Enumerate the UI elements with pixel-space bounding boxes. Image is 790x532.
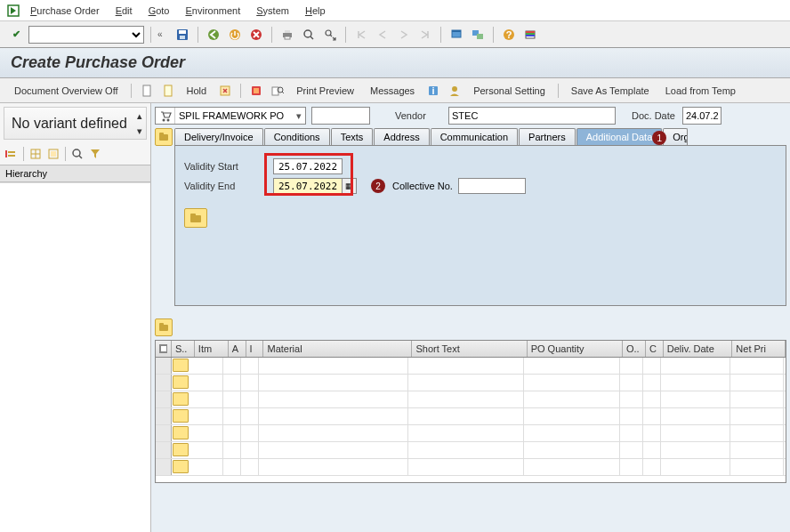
print-preview-button[interactable]: Print Preview bbox=[291, 84, 359, 98]
command-field[interactable] bbox=[28, 26, 144, 44]
collective-no-field[interactable] bbox=[458, 178, 526, 194]
grid-row[interactable] bbox=[156, 408, 786, 425]
doc-overview-toggle[interactable]: Document Overview Off bbox=[9, 84, 124, 98]
col-deliv-date[interactable]: Deliv. Date bbox=[664, 341, 733, 357]
col-status[interactable]: S.. bbox=[172, 341, 195, 357]
last-page-icon[interactable] bbox=[416, 26, 434, 44]
tab-address[interactable]: Address bbox=[374, 128, 429, 145]
svg-rect-41 bbox=[51, 151, 56, 157]
col-short-text[interactable]: Short Text bbox=[412, 341, 527, 357]
hierarchy-tree bbox=[0, 182, 150, 532]
grid-row[interactable] bbox=[156, 425, 786, 442]
separator bbox=[558, 84, 559, 98]
check-icon[interactable] bbox=[248, 83, 264, 99]
menu-help[interactable]: Help bbox=[298, 4, 333, 18]
menubar: Purchase Order Edit Goto Environment Sys… bbox=[0, 0, 790, 21]
svg-rect-35 bbox=[8, 151, 15, 153]
svg-rect-51 bbox=[159, 323, 164, 326]
messages-button[interactable]: Messages bbox=[365, 84, 420, 98]
info-icon[interactable]: i bbox=[425, 83, 441, 99]
first-page-icon[interactable] bbox=[352, 26, 370, 44]
layout-icon[interactable] bbox=[521, 26, 539, 44]
vendor-field[interactable]: STEC bbox=[448, 107, 616, 125]
other-po-icon[interactable] bbox=[160, 83, 176, 99]
doc-date-field[interactable]: 24.07.2 bbox=[682, 107, 721, 125]
exit-icon[interactable] bbox=[226, 26, 244, 44]
grid-body[interactable] bbox=[156, 358, 786, 482]
shortcut-icon[interactable] bbox=[469, 26, 487, 44]
next-page-icon[interactable] bbox=[395, 26, 413, 44]
tab-org-data[interactable]: Org. bbox=[663, 128, 688, 145]
find-next-icon[interactable] bbox=[321, 26, 339, 44]
col-a[interactable]: A bbox=[229, 341, 246, 357]
separator bbox=[131, 84, 132, 98]
prev-page-icon[interactable] bbox=[374, 26, 391, 44]
grid-row[interactable] bbox=[156, 358, 786, 375]
grid-row[interactable] bbox=[156, 442, 786, 459]
grid-row[interactable] bbox=[156, 459, 786, 476]
item-fold-icon[interactable] bbox=[155, 318, 173, 336]
col-material[interactable]: Material bbox=[263, 341, 412, 357]
menu-purchase-order[interactable]: Purchase Order bbox=[23, 4, 107, 18]
find-icon[interactable] bbox=[300, 26, 318, 44]
menu-edit[interactable]: Edit bbox=[109, 4, 140, 18]
app-menu-icon[interactable] bbox=[5, 3, 21, 19]
select-all-icon[interactable] bbox=[156, 341, 172, 357]
select-layout-icon[interactable] bbox=[28, 146, 44, 162]
validity-end-field[interactable] bbox=[273, 178, 343, 194]
po-number-field[interactable] bbox=[311, 107, 370, 125]
svg-rect-17 bbox=[477, 34, 483, 39]
col-po-qty[interactable]: PO Quantity bbox=[528, 341, 623, 357]
tab-partners[interactable]: Partners bbox=[519, 128, 576, 145]
help-icon[interactable]: ? bbox=[500, 26, 518, 44]
print-preview-icon[interactable] bbox=[270, 83, 286, 99]
filter-side-icon[interactable] bbox=[87, 146, 103, 162]
grid-row[interactable] bbox=[156, 375, 786, 391]
tab-additional-data[interactable]: Additional Data 1 bbox=[576, 128, 663, 145]
col-itm[interactable]: Itm bbox=[195, 341, 229, 357]
new-session-icon[interactable] bbox=[447, 26, 465, 44]
personal-setting-button[interactable]: Personal Setting bbox=[468, 84, 551, 98]
tab-conditions[interactable]: Conditions bbox=[264, 128, 330, 145]
personal-setting-icon[interactable] bbox=[447, 83, 463, 99]
panel-folder-icon[interactable] bbox=[184, 208, 207, 228]
create-icon[interactable] bbox=[139, 83, 155, 99]
hold-button[interactable]: Hold bbox=[181, 84, 213, 98]
svg-rect-8 bbox=[285, 30, 290, 33]
col-net-price[interactable]: Net Pri bbox=[732, 341, 786, 357]
enter-icon[interactable]: ✔ bbox=[7, 26, 25, 44]
save-template-button[interactable]: Save As Template bbox=[566, 84, 655, 98]
cancel-icon[interactable] bbox=[247, 26, 265, 44]
park-icon[interactable] bbox=[217, 83, 233, 99]
col-oun[interactable]: O.. bbox=[623, 341, 646, 357]
item-grid-zone: S.. Itm A I Material Short Text PO Quant… bbox=[155, 318, 786, 483]
variant-down-icon[interactable]: ▾ bbox=[137, 125, 142, 137]
tab-delivery-invoice[interactable]: Delivery/Invoice bbox=[174, 128, 263, 145]
hierarchy-header[interactable]: Hierarchy bbox=[0, 165, 150, 182]
change-layout-icon[interactable] bbox=[45, 146, 61, 162]
load-template-button[interactable]: Load from Temp bbox=[660, 84, 741, 98]
find-side-icon[interactable] bbox=[69, 146, 85, 162]
validity-start-field[interactable] bbox=[273, 158, 343, 174]
grid-row[interactable] bbox=[156, 391, 786, 408]
vendor-label: Vendor bbox=[391, 110, 445, 121]
expand-all-icon[interactable] bbox=[4, 146, 20, 162]
sidebar: No variant defined ▴ ▾ Hierarchy bbox=[0, 103, 151, 532]
save-icon[interactable] bbox=[173, 26, 191, 44]
menu-environment[interactable]: Environment bbox=[178, 4, 247, 18]
menu-goto[interactable]: Goto bbox=[141, 4, 177, 18]
header-fold-icon[interactable] bbox=[155, 128, 173, 146]
tab-communication[interactable]: Communication bbox=[431, 128, 518, 145]
svg-rect-3 bbox=[180, 36, 185, 39]
col-c[interactable]: C bbox=[646, 341, 664, 357]
print-icon[interactable] bbox=[278, 26, 296, 44]
svg-rect-25 bbox=[165, 85, 172, 96]
chevron-left-icon[interactable]: « bbox=[157, 29, 170, 39]
back-icon[interactable] bbox=[205, 26, 222, 44]
po-type-combo[interactable]: SPIL FRAMEWORK PO ▾ bbox=[155, 107, 306, 125]
tab-texts[interactable]: Texts bbox=[331, 128, 374, 145]
col-i[interactable]: I bbox=[246, 341, 264, 357]
date-picker-icon[interactable]: ▦ bbox=[343, 178, 357, 194]
menu-system[interactable]: System bbox=[249, 4, 296, 18]
variant-up-icon[interactable]: ▴ bbox=[137, 110, 142, 122]
